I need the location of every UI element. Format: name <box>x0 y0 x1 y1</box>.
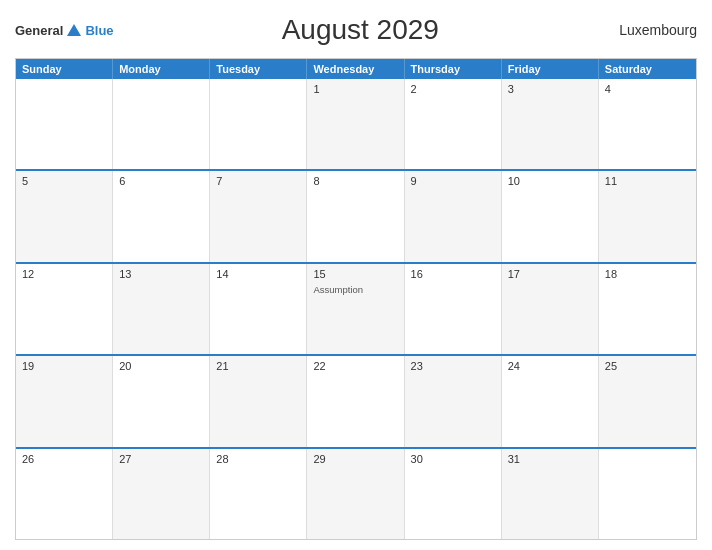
day-headers-row: Sunday Monday Tuesday Wednesday Thursday… <box>16 59 696 79</box>
day-cell-3: 3 <box>502 79 599 169</box>
weeks-container: 1 2 3 4 5 6 7 8 9 10 11 12 13 14 15 <box>16 79 696 539</box>
day-cell-2: 2 <box>405 79 502 169</box>
day-cell-27: 27 <box>113 449 210 539</box>
week-row-3: 12 13 14 15 Assumption 16 17 18 <box>16 262 696 354</box>
day-cell-empty-end <box>599 449 696 539</box>
day-cell-15: 15 Assumption <box>307 264 404 354</box>
week-row-2: 5 6 7 8 9 10 11 <box>16 169 696 261</box>
day-cell-empty <box>16 79 113 169</box>
header-monday: Monday <box>113 59 210 79</box>
calendar-page: General Blue August 2029 Luxembourg Sund… <box>0 0 712 550</box>
calendar-grid: Sunday Monday Tuesday Wednesday Thursday… <box>15 58 697 540</box>
day-cell-1: 1 <box>307 79 404 169</box>
header-tuesday: Tuesday <box>210 59 307 79</box>
day-cell-30: 30 <box>405 449 502 539</box>
day-cell-5: 5 <box>16 171 113 261</box>
month-title: August 2029 <box>114 14 607 46</box>
day-cell-16: 16 <box>405 264 502 354</box>
header: General Blue August 2029 Luxembourg <box>15 10 697 50</box>
day-cell-8: 8 <box>307 171 404 261</box>
header-sunday: Sunday <box>16 59 113 79</box>
day-cell-23: 23 <box>405 356 502 446</box>
day-cell-17: 17 <box>502 264 599 354</box>
week-row-5: 26 27 28 29 30 31 <box>16 447 696 539</box>
day-cell-14: 14 <box>210 264 307 354</box>
header-saturday: Saturday <box>599 59 696 79</box>
day-cell-20: 20 <box>113 356 210 446</box>
day-cell-empty <box>210 79 307 169</box>
logo: General Blue <box>15 23 114 38</box>
day-cell-empty <box>113 79 210 169</box>
day-cell-13: 13 <box>113 264 210 354</box>
day-cell-18: 18 <box>599 264 696 354</box>
day-cell-11: 11 <box>599 171 696 261</box>
day-cell-4: 4 <box>599 79 696 169</box>
day-cell-21: 21 <box>210 356 307 446</box>
day-cell-28: 28 <box>210 449 307 539</box>
logo-triangle-icon <box>67 24 81 36</box>
day-cell-6: 6 <box>113 171 210 261</box>
day-cell-7: 7 <box>210 171 307 261</box>
day-cell-22: 22 <box>307 356 404 446</box>
header-wednesday: Wednesday <box>307 59 404 79</box>
day-cell-25: 25 <box>599 356 696 446</box>
header-friday: Friday <box>502 59 599 79</box>
logo-general-text: General <box>15 23 63 38</box>
day-cell-31: 31 <box>502 449 599 539</box>
day-cell-10: 10 <box>502 171 599 261</box>
header-thursday: Thursday <box>405 59 502 79</box>
day-cell-19: 19 <box>16 356 113 446</box>
day-cell-29: 29 <box>307 449 404 539</box>
logo-blue-text: Blue <box>85 23 113 38</box>
day-cell-26: 26 <box>16 449 113 539</box>
week-row-4: 19 20 21 22 23 24 25 <box>16 354 696 446</box>
day-cell-12: 12 <box>16 264 113 354</box>
country-label: Luxembourg <box>607 22 697 38</box>
day-cell-24: 24 <box>502 356 599 446</box>
week-row-1: 1 2 3 4 <box>16 79 696 169</box>
day-cell-9: 9 <box>405 171 502 261</box>
